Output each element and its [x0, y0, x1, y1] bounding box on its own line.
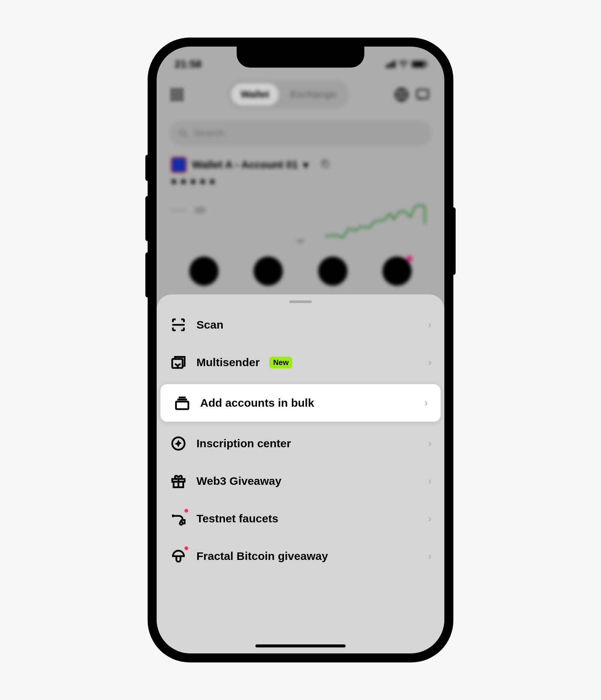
- copy-icon[interactable]: [320, 159, 330, 171]
- dropdown-caret-icon: ▾: [303, 159, 308, 171]
- chevron-right-icon: ›: [428, 319, 432, 331]
- account-name: Wallet A - Account 01: [192, 159, 298, 171]
- menu-item-multisender[interactable]: Multisender New ›: [157, 344, 444, 381]
- stack-icon: [174, 395, 190, 411]
- apps-grid-icon[interactable]: [171, 89, 183, 101]
- phone-frame: 21:58 Wallet Exchange: [148, 38, 453, 662]
- balance-period[interactable]: 1D: [195, 205, 205, 215]
- bottom-sheet: Scan › Multisender New › Add accounts in…: [157, 294, 444, 653]
- svg-rect-5: [176, 401, 189, 409]
- phone-power-button: [453, 207, 456, 275]
- chevron-right-icon: ›: [424, 397, 428, 409]
- tab-switcher: Wallet Exchange: [228, 80, 349, 109]
- notification-dot: [184, 509, 188, 513]
- gift-icon: [170, 473, 187, 489]
- chevron-right-icon: ›: [428, 356, 432, 368]
- tab-exchange[interactable]: Exchange: [280, 83, 346, 106]
- phone-vol-down: [145, 252, 148, 297]
- menu-item-label: Multisender: [196, 356, 260, 369]
- action-send-button[interactable]: [189, 256, 219, 286]
- mushroom-icon: [170, 548, 187, 564]
- multisender-icon: [170, 354, 187, 371]
- phone-screen: 21:58 Wallet Exchange: [157, 47, 444, 653]
- tab-wallet[interactable]: Wallet: [231, 83, 279, 106]
- chevron-right-icon: ›: [428, 438, 432, 450]
- search-placeholder: Search: [193, 127, 224, 139]
- chevron-right-icon: ›: [428, 513, 432, 525]
- new-badge: New: [269, 357, 292, 368]
- sparkline-chart: [324, 201, 429, 246]
- sparkle-icon: [170, 435, 187, 452]
- globe-icon[interactable]: [394, 87, 409, 102]
- action-more-button[interactable]: [382, 256, 412, 286]
- menu-item-add-accounts-bulk[interactable]: Add accounts in bulk ›: [160, 384, 441, 422]
- battery-icon: [411, 60, 426, 68]
- menu-item-testnet-faucets[interactable]: Testnet faucets ›: [157, 500, 444, 537]
- phone-mute-switch: [145, 155, 148, 181]
- notification-dot: [184, 546, 188, 550]
- chevron-right-icon: ›: [428, 475, 432, 487]
- scan-icon: [170, 317, 187, 333]
- balance-change-masked: ·····: [172, 205, 187, 215]
- svg-point-2: [180, 130, 185, 135]
- menu-item-label: Fractal Bitcoin giveaway: [196, 550, 328, 563]
- menu-item-label: Web3 Giveaway: [196, 475, 281, 487]
- menu-item-scan[interactable]: Scan ›: [157, 306, 444, 344]
- faucet-icon: [170, 510, 187, 527]
- menu-item-label: Add accounts in bulk: [200, 397, 314, 409]
- action-add-button[interactable]: [254, 256, 283, 286]
- chevron-right-icon: ›: [428, 550, 432, 562]
- search-icon: [178, 128, 188, 138]
- menu-item-label: Inscription center: [196, 437, 291, 450]
- notification-dot: [406, 256, 412, 262]
- account-selector[interactable]: Wallet A - Account 01 ▾: [157, 150, 444, 174]
- action-swap-button[interactable]: [318, 256, 347, 286]
- phone-vol-up: [145, 196, 148, 241]
- status-time: 21:58: [175, 58, 202, 70]
- menu-item-label: Testnet faucets: [196, 512, 278, 525]
- menu-item-fractal-giveaway[interactable]: Fractal Bitcoin giveaway ›: [157, 537, 444, 575]
- chat-icon[interactable]: [415, 87, 430, 102]
- cellular-signal-icon: [386, 60, 396, 68]
- account-avatar-icon: [171, 157, 187, 173]
- balance-masked: *****: [157, 174, 444, 194]
- home-indicator[interactable]: [255, 644, 346, 647]
- phone-notch: [237, 47, 364, 68]
- svg-rect-3: [324, 162, 329, 167]
- action-buttons-row: [157, 245, 444, 286]
- sheet-drag-handle[interactable]: [289, 300, 312, 303]
- top-toolbar: Wallet Exchange: [157, 73, 444, 116]
- wifi-icon: [399, 60, 408, 68]
- search-input[interactable]: Search: [169, 121, 432, 146]
- menu-item-label: Scan: [196, 318, 223, 331]
- menu-item-web3-giveaway[interactable]: Web3 Giveaway ›: [157, 462, 444, 500]
- menu-item-inscription-center[interactable]: Inscription center ›: [157, 425, 444, 462]
